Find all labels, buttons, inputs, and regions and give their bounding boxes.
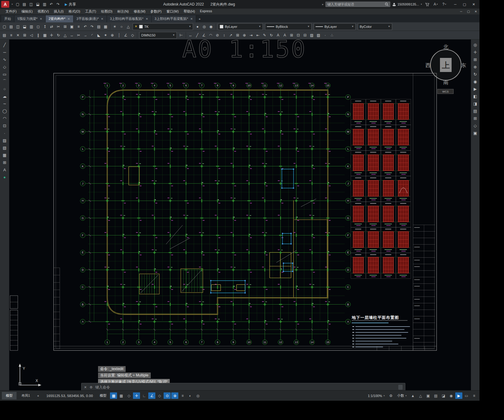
isolate-objects-icon[interactable]: ◉ [448, 392, 455, 399]
center-mark-icon[interactable]: ⊕ [241, 32, 248, 38]
annotation-scale-control[interactable]: 1:1/100% ▾ [366, 394, 386, 398]
layer-lock-icon[interactable]: △ [125, 23, 131, 30]
drawing-viewport[interactable]: 1122334455667788991010111112121313141415… [9, 40, 471, 390]
offset-icon[interactable]: ∥ [35, 32, 41, 38]
explode-icon[interactable]: ✶ [102, 32, 109, 38]
workspace-switch-icon[interactable]: ⚙ [387, 392, 394, 399]
menu-文件[interactable]: 文件(F) [3, 9, 19, 14]
plot-icon[interactable]: ▥ [28, 23, 35, 30]
linetype-combo[interactable]: ByBlock ▼ [265, 23, 312, 30]
view-back-icon[interactable]: ◧ [472, 93, 479, 100]
graphics-performance-icon[interactable]: ▶ [455, 392, 462, 399]
publish-icon[interactable]: ↥ [42, 23, 48, 30]
menu-修改[interactable]: 修改(M) [131, 9, 148, 14]
menu-标注[interactable]: 标注(N) [115, 9, 131, 14]
trim-icon[interactable]: ✂ [75, 32, 82, 38]
lock-ui-icon[interactable]: ◪ [440, 392, 447, 399]
redo-icon[interactable]: ↷ [89, 23, 95, 30]
paste-icon[interactable]: ▣ [69, 23, 75, 30]
erase-icon[interactable]: ✕ [15, 32, 21, 38]
save-icon[interactable]: ◫ [28, 1, 34, 7]
hatch-tool-icon[interactable]: ▨ [309, 32, 315, 38]
plotstyle-combo[interactable]: ByColor ▼ [358, 23, 392, 30]
dim-continue-icon[interactable]: ⇥ [248, 32, 254, 38]
document-tab[interactable]: 3上部结构平面梁配筋*✕ [152, 15, 196, 22]
menu-窗口[interactable]: 窗口(W) [164, 9, 181, 14]
view-front-icon[interactable]: ◨ [472, 100, 479, 107]
tab-layout1[interactable]: 布局1 [17, 392, 34, 399]
dim-diameter-icon[interactable]: ⊘ [214, 32, 221, 38]
cut-icon[interactable]: ✂ [55, 23, 62, 30]
open-icon[interactable]: ▤ [8, 23, 14, 30]
table-icon[interactable]: ⊞ [1, 159, 8, 166]
orbit-icon[interactable]: ↻ [472, 71, 479, 78]
command-input[interactable]: 键入命令 [95, 385, 110, 390]
text-multi-icon[interactable]: A [282, 32, 288, 38]
lineweight-combo[interactable]: ByLayer ▼ [314, 23, 356, 30]
block-insert-icon[interactable]: ⊡ [1, 122, 8, 129]
tab-model[interactable]: 模型 [2, 392, 17, 399]
command-bar-grip[interactable] [398, 385, 403, 390]
object-snap-tracking-icon[interactable]: ⊙ [164, 392, 171, 399]
close-button[interactable]: ✕ [469, 1, 478, 8]
dimstyle-combo[interactable]: DIMN150 ▼ [139, 32, 177, 39]
steering-wheel-icon[interactable]: ◉ [472, 78, 479, 85]
ortho-icon[interactable]: ∟ [141, 392, 148, 399]
customization-icon[interactable]: ≡ [471, 392, 478, 399]
dim-edit-icon[interactable]: ✎ [261, 32, 268, 38]
layer-on-icon[interactable]: ☀ [112, 23, 118, 30]
hatch-icon[interactable]: ▨ [1, 137, 8, 144]
command-customize-icon[interactable]: ⚙ [89, 385, 93, 389]
layer-isolate-icon[interactable]: ◎ [201, 23, 207, 30]
rotate-icon[interactable]: ↻ [55, 32, 62, 38]
undo-icon[interactable]: ↶ [48, 1, 55, 7]
dim-baseline-icon[interactable]: ⇤ [255, 32, 261, 38]
tab-close-icon[interactable]: ✕ [190, 17, 193, 21]
pan-icon[interactable]: ✛ [472, 49, 479, 55]
isometric-drafting-icon[interactable]: ◇ [156, 392, 163, 399]
scale-icon[interactable]: △ [62, 32, 68, 38]
new-layout-button[interactable]: + [35, 392, 41, 399]
app-menu-arrow-icon[interactable]: ▾ [12, 3, 13, 6]
dim-ordinate-icon[interactable]: ↕ [221, 32, 227, 38]
tab-close-icon[interactable]: ✕ [101, 17, 103, 21]
qnew-icon[interactable]: ▢ [1, 23, 8, 30]
fullscreen-nav-icon[interactable]: ◎ [472, 41, 479, 48]
chamfer-icon[interactable]: ◣ [96, 32, 102, 38]
dimstyle-edit-icon[interactable]: ⊢ [178, 32, 184, 38]
measure-icon[interactable]: ∠ [123, 32, 129, 38]
polyline-icon[interactable]: ∿ [1, 56, 8, 63]
cart-icon[interactable] [424, 1, 430, 7]
search-box[interactable]: 键入关键字或短语 [325, 2, 390, 7]
dim-aligned-icon[interactable]: ╱ [194, 32, 200, 38]
tab-start[interactable]: 开始 [1, 15, 14, 22]
layer-off-icon[interactable]: ● [194, 23, 201, 30]
gradient-tool-icon[interactable]: ▧ [315, 32, 322, 38]
clean-screen-icon[interactable]: ▭ [463, 392, 470, 399]
document-tab[interactable]: 3平面板(剔悬)*✕ [74, 15, 107, 22]
tolerance-icon[interactable]: ⊞ [234, 32, 241, 38]
help-icon[interactable]: ?▾ [441, 1, 448, 7]
new-drawing-tab-button[interactable]: + [196, 15, 203, 22]
annotation-monitor-icon[interactable]: ▣ [425, 392, 432, 399]
point-tool-icon[interactable]: · [322, 32, 328, 38]
menu-工具[interactable]: 工具(T) [83, 9, 99, 14]
text-single-icon[interactable]: A [275, 32, 281, 38]
menu-格式[interactable]: 格式(O) [66, 9, 83, 14]
join-icon[interactable]: ⊕ [109, 32, 116, 38]
zoom-extents-icon[interactable]: ⊕ [472, 63, 479, 70]
user-account[interactable]: 1505999135... ▾ [392, 2, 422, 6]
open-file-icon[interactable]: ▤ [21, 1, 28, 7]
doc-restore-button[interactable]: ▢ [465, 10, 472, 13]
selection-cycling-icon[interactable]: ◎ [194, 392, 201, 399]
units-control[interactable]: 小数 ▾ [396, 393, 408, 398]
table-icon[interactable]: ⊞ [288, 32, 295, 38]
ellipse-arc-icon[interactable]: ◠ [1, 115, 8, 122]
text-icon[interactable]: A [1, 166, 8, 173]
block-insert-icon[interactable]: ⊡ [295, 32, 301, 38]
polar-tracking-icon[interactable]: ∠ [148, 392, 155, 399]
color-combo[interactable]: ByLayer ▼ [218, 23, 263, 30]
dim-update-icon[interactable]: ↻ [268, 32, 275, 38]
annotation-visibility-icon[interactable]: ▲ [409, 392, 416, 399]
properties-icon[interactable]: ▤ [1, 32, 8, 38]
